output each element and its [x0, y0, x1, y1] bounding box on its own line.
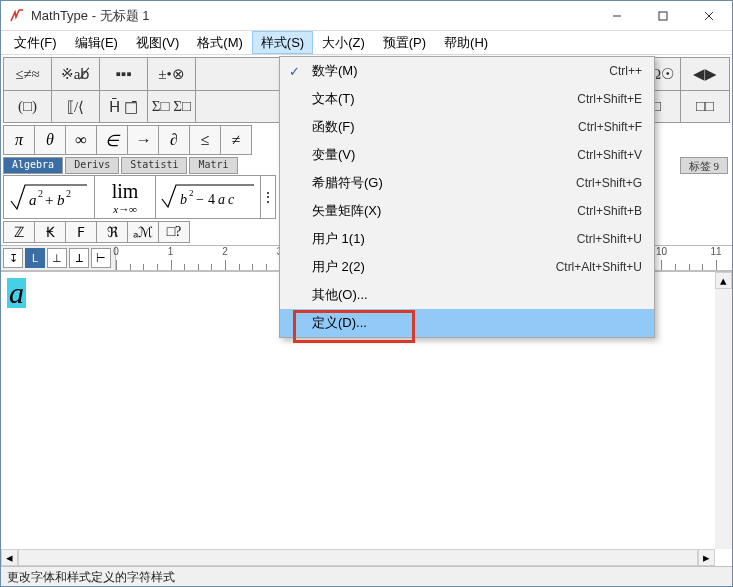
- status-text: 更改字体和样式定义的字符样式: [7, 570, 175, 584]
- dd-define[interactable]: 定义(D)...: [280, 309, 654, 337]
- svg-text:b: b: [57, 192, 65, 208]
- horizontal-scrollbar[interactable]: ◂ ▸: [1, 549, 715, 566]
- tab-algebra[interactable]: Algebra: [3, 157, 63, 174]
- dd-variable[interactable]: 变量(V) Ctrl+Shift+V: [280, 141, 654, 169]
- dd-greek[interactable]: 希腊符号(G) Ctrl+Shift+G: [280, 169, 654, 197]
- menu-file[interactable]: 文件(F): [5, 31, 66, 54]
- dd-text[interactable]: 文本(T) Ctrl+Shift+E: [280, 85, 654, 113]
- menu-edit[interactable]: 编辑(E): [66, 31, 127, 54]
- palette-embellish[interactable]: ※ab̸: [52, 58, 100, 90]
- window-controls: [594, 1, 732, 31]
- svg-text:b: b: [180, 192, 187, 207]
- svg-text:2: 2: [189, 188, 194, 198]
- maximize-button[interactable]: [640, 1, 686, 31]
- close-button[interactable]: [686, 1, 732, 31]
- dd-user1[interactable]: 用户 1(1) Ctrl+Shift+U: [280, 225, 654, 253]
- scroll-right-icon[interactable]: ▸: [698, 549, 715, 566]
- sm-z[interactable]: ℤ: [3, 221, 35, 243]
- scroll-track[interactable]: [18, 549, 698, 566]
- expr-sqrt-disc[interactable]: b 2 − 4 a c: [155, 175, 261, 219]
- ruler-btn-3[interactable]: ꓕ: [69, 248, 89, 268]
- svg-text:+: +: [45, 192, 53, 208]
- menu-style[interactable]: 样式(S): [252, 31, 313, 54]
- tab-derivs[interactable]: Derivs: [65, 157, 119, 174]
- style-dropdown: ✓ 数学(M) Ctrl++ 文本(T) Ctrl+Shift+E 函数(F) …: [279, 56, 655, 338]
- expr-more[interactable]: ⋮: [260, 175, 276, 219]
- sym-partial[interactable]: ∂: [158, 125, 190, 155]
- menu-preferences[interactable]: 预置(P): [374, 31, 435, 54]
- ruler-btn-0[interactable]: ↧: [3, 248, 23, 268]
- tpl-boxes[interactable]: □□: [681, 91, 729, 122]
- tpl-fractions[interactable]: ⟦/⟨: [52, 91, 100, 122]
- dd-user2[interactable]: 用户 2(2) Ctrl+Alt+Shift+U: [280, 253, 654, 281]
- sm-k[interactable]: ₭: [34, 221, 66, 243]
- svg-text:−: −: [196, 192, 204, 207]
- ruler-btn-1[interactable]: L: [25, 248, 45, 268]
- sym-leq[interactable]: ≤: [189, 125, 221, 155]
- scroll-left-icon[interactable]: ◂: [1, 549, 18, 566]
- palette-nav[interactable]: ◀▶: [681, 58, 729, 90]
- titlebar: MathType - 无标题 1: [1, 1, 732, 31]
- menu-view[interactable]: 视图(V): [127, 31, 188, 54]
- menu-format[interactable]: 格式(M): [188, 31, 252, 54]
- sym-neq[interactable]: ≠: [220, 125, 252, 155]
- sm-f[interactable]: Ϝ: [65, 221, 97, 243]
- svg-text:a: a: [29, 192, 37, 208]
- lim-text: lim: [112, 180, 139, 203]
- svg-text:c: c: [228, 192, 235, 207]
- menu-size[interactable]: 大小(Z): [313, 31, 374, 54]
- vertical-scrollbar[interactable]: ▴: [715, 272, 732, 549]
- svg-text:2: 2: [38, 188, 43, 199]
- svg-text:a: a: [218, 192, 225, 207]
- sym-arrow[interactable]: →: [127, 125, 159, 155]
- tpl-bars[interactable]: H̄ □̄: [100, 91, 148, 122]
- tab-label9[interactable]: 标签 9: [680, 157, 728, 174]
- expr-limit[interactable]: lim x→∞: [94, 175, 156, 219]
- dd-function[interactable]: 函数(F) Ctrl+Shift+F: [280, 113, 654, 141]
- tab-statisti[interactable]: Statisti: [121, 157, 187, 174]
- expr-sqrt-a2b2[interactable]: a 2 + b 2: [3, 175, 95, 219]
- app-icon: [9, 8, 25, 24]
- svg-text:2: 2: [66, 188, 71, 199]
- sym-pi[interactable]: π: [3, 125, 35, 155]
- dd-other[interactable]: 其他(O)...: [280, 281, 654, 309]
- svg-rect-1: [659, 12, 667, 20]
- ruler-btn-2[interactable]: ⊥: [47, 248, 67, 268]
- editor-content: a: [7, 278, 26, 308]
- scroll-up-icon[interactable]: ▴: [715, 272, 732, 289]
- palette-relations[interactable]: ≤≠≈: [4, 58, 52, 90]
- dd-math[interactable]: ✓ 数学(M) Ctrl++: [280, 57, 654, 85]
- tpl-sums[interactable]: Σ□ Σ□: [148, 91, 196, 122]
- sm-q[interactable]: □?: [158, 221, 190, 243]
- dd-vector-matrix[interactable]: 矢量矩阵(X) Ctrl+Shift+B: [280, 197, 654, 225]
- palette-operators[interactable]: ±•⊗: [148, 58, 196, 90]
- menu-help[interactable]: 帮助(H): [435, 31, 497, 54]
- sm-r[interactable]: ℜ: [96, 221, 128, 243]
- svg-text:4: 4: [208, 192, 215, 207]
- minimize-button[interactable]: [594, 1, 640, 31]
- tpl-fences[interactable]: (□): [4, 91, 52, 122]
- ruler-btn-4[interactable]: ⊢: [91, 248, 111, 268]
- check-icon: ✓: [280, 64, 308, 79]
- palette-spaces[interactable]: ▪▪▪: [100, 58, 148, 90]
- menubar: 文件(F) 编辑(E) 视图(V) 格式(M) 样式(S) 大小(Z) 预置(P…: [1, 31, 732, 55]
- tab-matri[interactable]: Matri: [189, 157, 237, 174]
- lim-sub: x→∞: [113, 203, 137, 215]
- ruler-buttons: ↧ L ⊥ ꓕ ⊢: [1, 246, 115, 270]
- status-bar: 更改字体和样式定义的字符样式: [1, 566, 732, 586]
- sm-am[interactable]: ₐℳ: [127, 221, 159, 243]
- sym-infinity[interactable]: ∞: [65, 125, 97, 155]
- sym-theta[interactable]: θ: [34, 125, 66, 155]
- window-title: MathType - 无标题 1: [31, 7, 594, 25]
- sym-in[interactable]: ∈: [96, 125, 128, 155]
